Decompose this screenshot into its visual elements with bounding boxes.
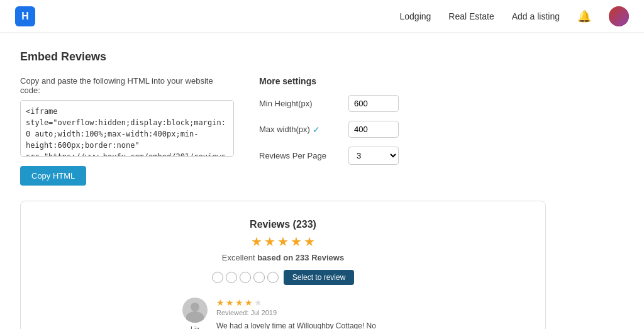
nav-lodging[interactable]: Lodging bbox=[400, 11, 431, 21]
header-left: H bbox=[15, 6, 35, 26]
nav-add-listing[interactable]: Add a listing bbox=[512, 11, 560, 21]
star-2: ★ bbox=[264, 234, 275, 249]
html-code-textarea[interactable]: <iframe style="overflow:hidden;display:b… bbox=[20, 100, 234, 157]
min-height-input[interactable] bbox=[348, 95, 399, 112]
stars-row: ★ ★ ★ ★ ★ bbox=[33, 234, 533, 249]
max-width-label: Max width(px) ✓ bbox=[259, 125, 341, 135]
reviews-per-page-label: Reviews Per Page bbox=[259, 151, 341, 160]
header-nav: Lodging Real Estate Add a listing 🔔 bbox=[400, 6, 629, 26]
max-width-row: Max width(px) ✓ bbox=[259, 121, 546, 138]
rating-circle-2[interactable] bbox=[226, 272, 237, 283]
review-date: Reviewed: Jul 2019 bbox=[216, 309, 384, 316]
reviews-header: Reviews (233) ★ ★ ★ ★ ★ Excellent based … bbox=[33, 219, 533, 262]
review-content: ★ ★ ★ ★ ★ Reviewed: Jul 2019 We had a lo… bbox=[216, 298, 384, 329]
html-section: Copy and paste the following HTML into y… bbox=[20, 76, 234, 186]
min-height-row: Min Height(px) bbox=[259, 95, 546, 112]
reviewer-info: Liz bbox=[182, 298, 208, 329]
review-item: Liz ★ ★ ★ ★ ★ Reviewed: Jul 2019 We had … bbox=[182, 298, 384, 329]
rating-circle-4[interactable] bbox=[253, 272, 265, 283]
settings-section: More settings Min Height(px) Max width(p… bbox=[259, 76, 546, 174]
reviewer-name: Liz bbox=[191, 325, 199, 329]
star-4: ★ bbox=[291, 234, 302, 249]
header: H Lodging Real Estate Add a listing 🔔 bbox=[0, 0, 644, 33]
logo-icon[interactable]: H bbox=[15, 6, 35, 26]
review-text: We had a lovely time at Willoughby Cotta… bbox=[216, 320, 384, 329]
rating-circle-1[interactable] bbox=[212, 272, 223, 283]
star-5: ★ bbox=[304, 234, 315, 249]
review-star-5-empty: ★ bbox=[254, 298, 262, 308]
preview-card: Reviews (233) ★ ★ ★ ★ ★ Excellent based … bbox=[20, 201, 546, 329]
reviews-based: based on 233 Reviews bbox=[257, 253, 344, 262]
reviewer-avatar bbox=[182, 298, 208, 323]
bell-icon[interactable]: 🔔 bbox=[577, 9, 591, 23]
logo-text: H bbox=[21, 11, 29, 22]
review-star-1: ★ bbox=[216, 298, 225, 308]
settings-title: More settings bbox=[259, 76, 546, 86]
select-review-row: Select to review bbox=[33, 270, 533, 285]
max-width-input[interactable] bbox=[348, 121, 399, 138]
star-1: ★ bbox=[251, 234, 262, 249]
reviews-subtitle: Excellent based on 233 Reviews bbox=[33, 253, 533, 262]
review-star-4: ★ bbox=[245, 298, 253, 308]
html-label: Copy and paste the following HTML into y… bbox=[20, 76, 234, 95]
rating-circle-5[interactable] bbox=[267, 272, 279, 283]
review-star-3: ★ bbox=[235, 298, 243, 308]
reviews-per-page-select[interactable]: 3 5 10 bbox=[348, 147, 399, 165]
min-height-label: Min Height(px) bbox=[259, 99, 341, 108]
review-stars: ★ ★ ★ ★ ★ bbox=[216, 298, 384, 308]
main-content: Embed Reviews Copy and paste the followi… bbox=[0, 33, 566, 329]
rating-circles bbox=[212, 272, 279, 283]
reviews-per-page-row: Reviews Per Page 3 5 10 bbox=[259, 147, 546, 165]
rating-circle-3[interactable] bbox=[240, 272, 251, 283]
section-title: Embed Reviews bbox=[20, 50, 546, 64]
embed-container: Copy and paste the following HTML into y… bbox=[20, 76, 546, 186]
avatar[interactable] bbox=[609, 6, 629, 26]
reviews-title: Reviews (233) bbox=[33, 219, 533, 230]
select-to-review-button[interactable]: Select to review bbox=[284, 270, 355, 285]
review-star-2: ★ bbox=[226, 298, 234, 308]
nav-real-estate[interactable]: Real Estate bbox=[448, 11, 494, 21]
copy-html-button[interactable]: Copy HTML bbox=[20, 166, 86, 186]
check-icon: ✓ bbox=[313, 125, 320, 135]
star-3: ★ bbox=[277, 234, 289, 249]
